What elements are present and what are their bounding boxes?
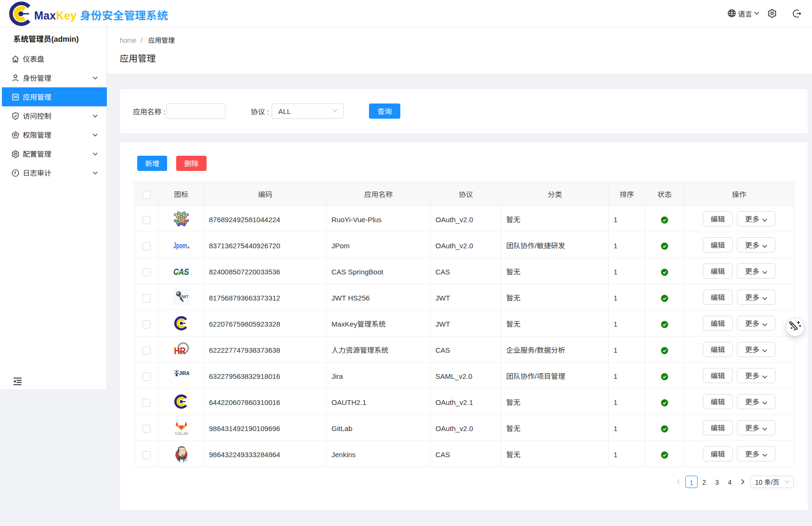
- svg-text:GitLab: GitLab: [175, 431, 188, 436]
- svg-text:JWT: JWT: [180, 294, 188, 299]
- svg-text:Jpom: Jpom: [173, 241, 187, 250]
- svg-text:HR: HR: [174, 346, 186, 356]
- svg-text:JIRA: JIRA: [179, 370, 189, 376]
